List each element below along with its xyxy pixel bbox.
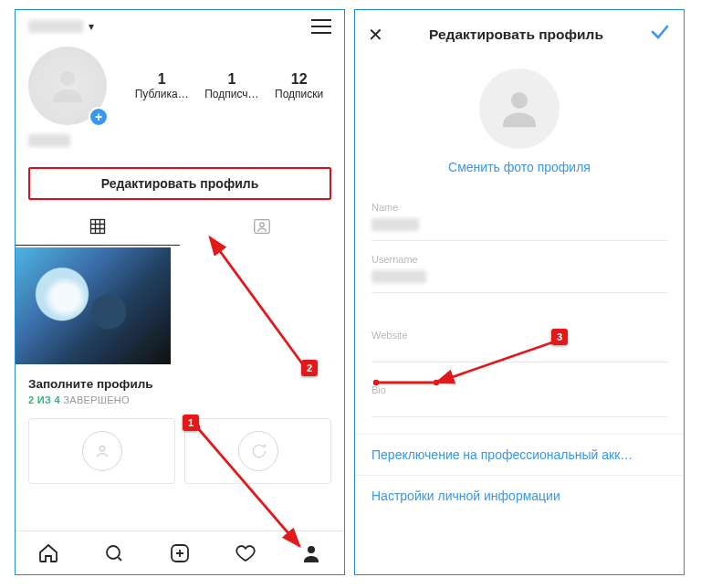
switch-pro-link[interactable]: Переключение на профессиональный акк…	[355, 434, 684, 475]
chat-icon	[238, 431, 278, 471]
add-story-icon[interactable]: +	[89, 107, 109, 127]
username-label: Username	[371, 254, 667, 265]
profile-tabs	[16, 207, 344, 246]
tab-grid[interactable]	[16, 207, 180, 246]
profile-header: ██_███ ▾	[16, 10, 344, 39]
website-label: Website	[371, 330, 667, 341]
avatar[interactable]	[479, 68, 560, 149]
svg-point-3	[260, 223, 264, 226]
edit-header: ✕ Редактировать профиль	[355, 10, 684, 56]
close-icon[interactable]: ✕	[368, 24, 383, 46]
bio-field[interactable]	[371, 395, 667, 417]
home-icon[interactable]	[37, 542, 59, 564]
complete-profile-card: Заполните профиль 2 ИЗ 4 ЗАВЕРШЕНО	[16, 364, 344, 413]
search-icon[interactable]	[103, 542, 125, 564]
tab-tagged[interactable]	[180, 207, 344, 246]
complete-step[interactable]	[184, 418, 331, 484]
username-field[interactable]: ██_███	[371, 265, 667, 293]
chevron-down-icon: ▾	[89, 20, 94, 33]
edit-profile-button[interactable]: Редактировать профиль	[28, 167, 331, 200]
name-label: Name	[371, 202, 667, 213]
stat-followers[interactable]: 1 Подписч…	[204, 71, 258, 100]
annotation-marker-1: 1	[183, 415, 199, 431]
bio-label: Bio	[371, 384, 667, 395]
personal-info-link[interactable]: Настройки личной информации	[355, 475, 684, 516]
svg-rect-1	[91, 219, 105, 233]
stats-row: 1 Публика… 1 Подписч… 12 Подписки	[127, 71, 331, 100]
edit-form: Name ████ Username ██_███ Website Bio	[355, 184, 684, 417]
change-photo-link[interactable]: Сменить фото профиля	[448, 160, 591, 174]
website-field[interactable]	[371, 341, 667, 362]
complete-title: Заполните профиль	[28, 377, 331, 391]
tagged-icon	[252, 216, 272, 236]
bottom-nav	[16, 530, 344, 574]
username-dropdown[interactable]: ██_███ ▾	[28, 20, 94, 33]
menu-icon[interactable]	[311, 19, 331, 34]
name-field[interactable]: ████	[371, 213, 667, 241]
post-thumbnail[interactable]	[16, 247, 171, 364]
annotation-marker-3: 3	[551, 329, 568, 345]
complete-steps	[16, 413, 344, 484]
display-name: ████	[16, 129, 344, 160]
svg-point-0	[60, 71, 75, 86]
heart-icon[interactable]	[235, 542, 256, 564]
svg-point-5	[107, 546, 120, 559]
avatar-section: Сменить фото профиля	[355, 56, 684, 184]
username-masked: ██_███	[28, 20, 83, 33]
confirm-icon[interactable]	[649, 21, 671, 48]
svg-point-7	[308, 546, 315, 553]
edit-title: Редактировать профиль	[429, 26, 603, 43]
complete-sub: 2 ИЗ 4 ЗАВЕРШЕНО	[28, 394, 331, 405]
edit-profile-screen: ✕ Редактировать профиль Сменить фото про…	[354, 9, 685, 575]
stat-following[interactable]: 12 Подписки	[275, 71, 323, 100]
profile-summary: + 1 Публика… 1 Подписч… 12 Подписки	[16, 39, 344, 129]
person-icon	[82, 431, 122, 471]
stat-posts[interactable]: 1 Публика…	[135, 71, 189, 100]
avatar-wrap[interactable]: +	[28, 47, 107, 125]
svg-point-4	[99, 446, 105, 452]
annotation-marker-2: 2	[301, 360, 318, 376]
svg-point-8	[511, 92, 528, 109]
grid-icon	[89, 217, 107, 236]
new-post-icon[interactable]	[169, 542, 191, 564]
profile-screen: ██_███ ▾ + 1 Публика… 1 Подписч… 12 Подп…	[15, 9, 345, 575]
complete-step[interactable]	[28, 418, 175, 484]
profile-icon[interactable]	[300, 542, 322, 564]
